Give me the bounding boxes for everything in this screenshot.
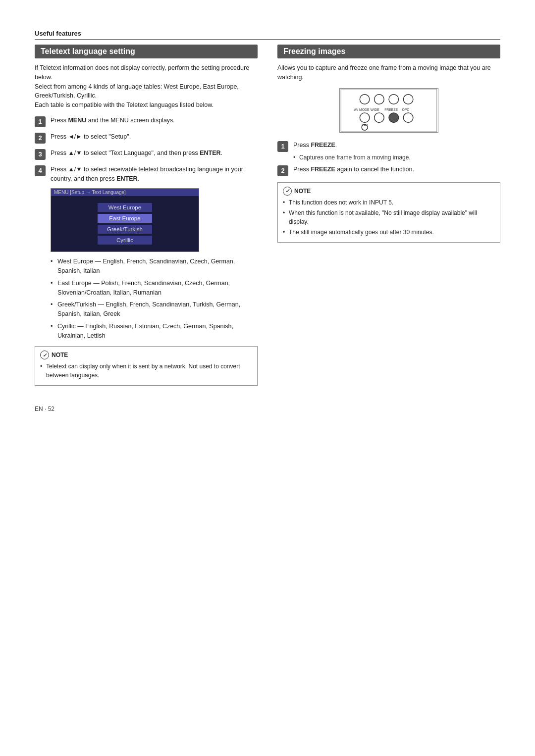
freezing-step-1: 1 Press FREEZE.	[277, 141, 500, 152]
step-num-1: 1	[35, 116, 46, 127]
menu-body: West Europe East Europe Greek/Turkish Cy…	[51, 196, 199, 252]
teletext-section: Teletext language setting If Teletext in…	[35, 45, 258, 386]
svg-text:AV MODE: AV MODE	[354, 107, 370, 111]
menu-titlebar: MENU [Setup → Text Language]	[51, 189, 199, 196]
step-num-3: 3	[35, 149, 46, 160]
freezing-note-header: ✓ NOTE	[283, 187, 495, 196]
teletext-step-1: 1 Press MENU and the MENU screen display…	[35, 116, 258, 127]
page-footer: EN · 52	[35, 405, 500, 412]
teletext-note-item-0: Teletext can display only when it is sen…	[40, 362, 252, 380]
note-icon: ✓	[40, 351, 49, 359]
svg-point-11	[389, 112, 399, 122]
freeze-note-item-0: This function does not work in INPUT 5.	[283, 198, 495, 207]
freezing-note-list: This function does not work in INPUT 5. …	[283, 198, 495, 237]
teletext-note-list: Teletext can display only when it is sen…	[40, 362, 252, 380]
step-text-1: Press MENU and the MENU screen displays.	[51, 116, 175, 125]
step-num-2: 2	[35, 133, 46, 144]
remote-illustration: AV MODE WIDE FREEZE OPC FAV	[277, 88, 500, 133]
svg-text:WIDE: WIDE	[371, 107, 379, 111]
teletext-intro: If Teletext information does not display…	[35, 63, 258, 110]
step-num-4: 4	[35, 165, 46, 176]
bullet-greek: Greek/Turkish — English, French, Scandin…	[51, 300, 258, 319]
freezing-intro: Allows you to capture and freeze one fra…	[277, 63, 500, 82]
step-text-4: Press ▲/▼ to select receivable teletext …	[51, 165, 258, 184]
menu-item-west: West Europe	[98, 203, 152, 212]
step-text-3: Press ▲/▼ to select "Text Language", and…	[51, 149, 222, 158]
step-text-2: Press ◄/► to select "Setup".	[51, 132, 131, 142]
freezing-note: ✓ NOTE This function does not work in IN…	[277, 182, 500, 243]
teletext-title: Teletext language setting	[35, 45, 258, 58]
teletext-step-4: 4 Press ▲/▼ to select receivable teletex…	[35, 165, 258, 184]
freezing-step-2: 2 Press FREEZE again to cancel the funct…	[277, 165, 500, 176]
bullet-west: West Europe — English, French, Scandinav…	[51, 257, 258, 276]
menu-item-cyrillic: Cyrillic	[98, 236, 152, 245]
bullet-cyrillic: Cyrillic — English, Russian, Estonian, C…	[51, 322, 258, 341]
freeze-step-text-2: Press FREEZE again to cancel the functio…	[293, 165, 414, 174]
svg-text:OPC: OPC	[402, 107, 409, 111]
teletext-note: ✓ NOTE Teletext can display only when it…	[35, 346, 258, 386]
freeze-step-num-2: 2	[277, 165, 288, 176]
freeze-note-icon: ✓	[283, 187, 292, 196]
svg-text:FREEZE: FREEZE	[384, 107, 398, 111]
freezing-section: Freezing images Allows you to capture an…	[277, 45, 500, 386]
remote-svg: AV MODE WIDE FREEZE OPC FAV	[339, 88, 438, 133]
menu-item-east: East Europe	[98, 214, 152, 223]
teletext-step-3: 3 Press ▲/▼ to select "Text Language", a…	[35, 149, 258, 160]
freeze-note-item-1: When this function is not available, "No…	[283, 208, 495, 226]
freezing-title: Freezing images	[277, 45, 500, 58]
useful-features-heading: Useful features	[35, 30, 500, 40]
bullet-east: East Europe — Polish, French, Scandinavi…	[51, 279, 258, 298]
teletext-step-2: 2 Press ◄/► to select "Setup".	[35, 132, 258, 144]
freeze-step-1-subnote: Captures one frame from a moving image.	[293, 154, 500, 161]
freeze-step-text-1: Press FREEZE.	[293, 141, 337, 150]
menu-screenshot: MENU [Setup → Text Language] West Europe…	[51, 188, 199, 252]
menu-item-greek: Greek/Turkish	[98, 225, 152, 234]
teletext-bullets: West Europe — English, French, Scandinav…	[51, 257, 258, 340]
freeze-step-num-1: 1	[277, 141, 288, 152]
teletext-note-header: ✓ NOTE	[40, 351, 252, 359]
freeze-note-item-2: The still image automatically goes out a…	[283, 228, 495, 237]
